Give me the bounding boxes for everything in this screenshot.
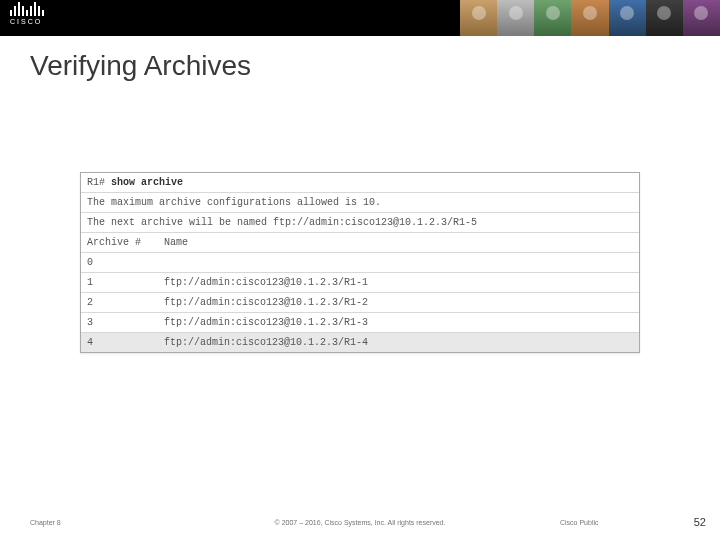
archive-name: ftp://admin:cisco123@10.1.2.3/R1-2 xyxy=(158,293,639,313)
table-row: 2 ftp://admin:cisco123@10.1.2.3/R1-2 xyxy=(81,293,639,313)
table-row: 1 ftp://admin:cisco123@10.1.2.3/R1-1 xyxy=(81,273,639,293)
archive-name: ftp://admin:cisco123@10.1.2.3/R1-1 xyxy=(158,273,639,293)
cisco-bars-icon xyxy=(10,2,44,16)
terminal-prompt-row: R1# show archive xyxy=(81,173,639,193)
people-cell xyxy=(609,0,646,36)
footer: Chapter 8 © 2007 – 2016, Cisco Systems, … xyxy=(0,516,720,528)
cisco-wordmark: CISCO xyxy=(10,18,44,26)
terminal-box: R1# show archive The maximum archive con… xyxy=(80,172,640,353)
table-row: 3 ftp://admin:cisco123@10.1.2.3/R1-3 xyxy=(81,313,639,333)
archive-name xyxy=(158,253,639,273)
top-banner: CISCO xyxy=(0,0,720,36)
archive-name: ftp://admin:cisco123@10.1.2.3/R1-3 xyxy=(158,313,639,333)
terminal-text: The next archive will be named ftp://adm… xyxy=(81,213,639,233)
archive-num: 1 xyxy=(81,273,158,293)
footer-chapter: Chapter 8 xyxy=(30,519,61,526)
terminal-msg-max: The maximum archive configurations allow… xyxy=(81,193,639,213)
people-cell xyxy=(571,0,608,36)
col-header-name: Name xyxy=(158,233,639,253)
cisco-logo: CISCO xyxy=(10,2,44,26)
people-cell xyxy=(646,0,683,36)
footer-access: Cisco Public xyxy=(560,519,599,526)
people-cell xyxy=(460,0,497,36)
archive-num: 3 xyxy=(81,313,158,333)
archive-name: ftp://admin:cisco123@10.1.2.3/R1-4 xyxy=(158,333,639,353)
terminal-output: R1# show archive The maximum archive con… xyxy=(81,173,639,352)
slide-title: Verifying Archives xyxy=(30,50,720,82)
people-strip xyxy=(460,0,720,36)
table-row: 0 xyxy=(81,253,639,273)
footer-copyright: © 2007 – 2016, Cisco Systems, Inc. All r… xyxy=(275,519,446,526)
terminal-text: The maximum archive configurations allow… xyxy=(81,193,639,213)
terminal-header-row: Archive # Name xyxy=(81,233,639,253)
people-cell xyxy=(497,0,534,36)
table-row-highlighted: 4 ftp://admin:cisco123@10.1.2.3/R1-4 xyxy=(81,333,639,353)
terminal-msg-next: The next archive will be named ftp://adm… xyxy=(81,213,639,233)
people-cell xyxy=(534,0,571,36)
archive-num: 2 xyxy=(81,293,158,313)
archive-num: 0 xyxy=(81,253,158,273)
footer-slide-number: 52 xyxy=(694,516,706,528)
col-header-num: Archive # xyxy=(81,233,158,253)
prompt-command: show archive xyxy=(111,177,183,188)
prompt-host: R1# xyxy=(87,177,105,188)
archive-num: 4 xyxy=(81,333,158,353)
people-cell xyxy=(683,0,720,36)
